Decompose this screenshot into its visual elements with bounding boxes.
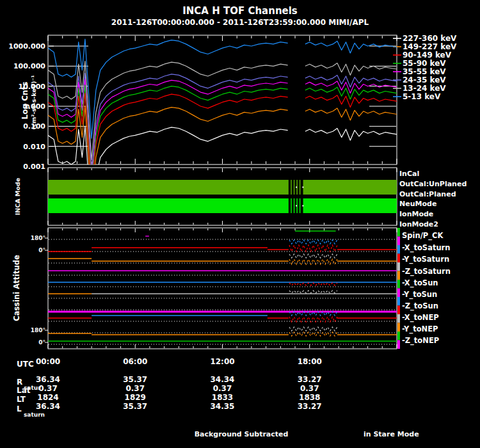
mode-bar-stripe bbox=[300, 180, 301, 195]
attitude-row-label: -Y_toSun bbox=[402, 290, 437, 300]
series-curve-13-24-keV bbox=[305, 63, 397, 76]
attitude-oscillation bbox=[289, 259, 337, 264]
plot-canvas: 1000.000100.00010.0001.0000.1000.0100.00… bbox=[0, 0, 480, 448]
table-cell: 36.34 bbox=[36, 402, 60, 411]
attitude-oscillation bbox=[289, 291, 337, 293]
mode-bar-stripe bbox=[294, 180, 295, 195]
series-curve-5-13-keV bbox=[305, 41, 397, 53]
mode-bar-dot bbox=[296, 187, 297, 188]
series-curve-13-24-keV bbox=[48, 61, 288, 161]
attitude-deg-label: 0° bbox=[38, 247, 45, 253]
mode-bar-stripe bbox=[300, 198, 301, 213]
attitude-oscillation bbox=[289, 317, 337, 322]
attitude-row-label: -X_toSun bbox=[402, 278, 438, 288]
table-row-label-lat: Lat bbox=[17, 386, 31, 395]
mode-legend-entry: IonMode2 bbox=[399, 220, 438, 228]
legend-entry: 24-35 keV bbox=[403, 76, 446, 84]
mode-bar-segment bbox=[303, 198, 397, 213]
attitude-oscillation bbox=[289, 283, 337, 285]
legend-entry: 227-360 keV bbox=[403, 34, 457, 43]
table-cell: 35.37 bbox=[123, 375, 147, 384]
legend-entry: 90-149 keV bbox=[403, 51, 452, 60]
attitude-axis-strip bbox=[397, 254, 400, 263]
y-tick-label: 0.001 bbox=[23, 163, 45, 171]
attitude-oscillation bbox=[289, 245, 337, 252]
attitude-panel-frame bbox=[48, 228, 397, 349]
table-cell: 36.34 bbox=[36, 375, 60, 384]
table-cell: 0.37 bbox=[300, 384, 319, 393]
table-cell: 33.27 bbox=[298, 402, 322, 411]
mode-legend-entry: NeuMode bbox=[399, 200, 436, 208]
attitude-axis-strip bbox=[397, 314, 400, 323]
table-cell: 0.37 bbox=[125, 384, 145, 393]
series-curve-149-227-keV bbox=[305, 108, 397, 120]
footer-stare-mode: in Stare Mode bbox=[364, 430, 419, 438]
legend-entry: 13-24 keV bbox=[403, 84, 446, 93]
series-curve-24-35-keV bbox=[305, 75, 397, 87]
table-cell: 0.37 bbox=[38, 384, 58, 393]
table-cell: 33.27 bbox=[298, 375, 322, 384]
mode-bar-segment bbox=[48, 198, 289, 213]
table-cell: 1833 bbox=[212, 393, 233, 402]
attitude-axis-strip bbox=[397, 306, 400, 315]
legend-entry: 5-13 keV bbox=[403, 92, 441, 101]
utc-time-label: 18:00 bbox=[298, 357, 322, 366]
mode-legend-entry: OutCal:UnPlaned bbox=[399, 180, 467, 188]
mode-bar-segment bbox=[303, 180, 397, 195]
series-curve-35-55-keV bbox=[305, 81, 397, 93]
table-cell: 1829 bbox=[125, 393, 146, 402]
table-row-label-utc: UTC bbox=[17, 360, 34, 369]
attitude-axis-strip bbox=[397, 332, 400, 340]
y-tick-label: 1000.000 bbox=[8, 42, 45, 51]
page-subtitle: 2011-126T00:00:00.000 - 2011-126T23:59:0… bbox=[111, 18, 369, 27]
table-row-label-l: L bbox=[17, 404, 22, 413]
mode-legend-entry: IonMode bbox=[399, 210, 433, 218]
table-row-label-l-sub: saturn bbox=[24, 412, 45, 418]
mode-legend-entry: InCal bbox=[399, 170, 419, 178]
y-axis-label-log-cnts: Log Cnts bbox=[20, 82, 29, 120]
mode-legend-entry: OutCal:Planed bbox=[399, 190, 456, 198]
attitude-axis-strip bbox=[397, 323, 400, 332]
y-axis-label-cassini-attitude: Cassini Attitude bbox=[12, 255, 21, 321]
table-cell: 1824 bbox=[37, 393, 58, 402]
attitude-deg-label: 0° bbox=[38, 339, 45, 346]
table-cell: 34.34 bbox=[211, 375, 235, 384]
y-axis-units-label: (cm²-sr-s-keV)⁻¹ bbox=[30, 75, 37, 129]
utc-time-label: 00:00 bbox=[36, 357, 60, 366]
inca-mode-bars bbox=[48, 180, 397, 213]
attitude-axis-strip bbox=[397, 289, 400, 298]
attitude-axis-strip bbox=[397, 228, 400, 237]
attitude-row-label: -Z_toSun bbox=[402, 301, 438, 311]
mode-bar-stripe bbox=[294, 198, 295, 213]
attitude-row-label: -Z_toSaturn bbox=[402, 267, 451, 276]
cassini-attitude-lines bbox=[48, 228, 400, 349]
utc-time-label: 06:00 bbox=[123, 357, 147, 366]
table-row-label-lt: LT bbox=[17, 395, 26, 404]
attitude-row-label: -Y_toNEP bbox=[402, 324, 438, 334]
legend-entry: 149-227 keV bbox=[403, 42, 457, 51]
tof-channel-curves bbox=[48, 39, 397, 225]
mode-panel-frame bbox=[48, 168, 397, 225]
attitude-oscillation bbox=[289, 332, 337, 336]
attitude-deg-label: 180° bbox=[31, 235, 45, 241]
attitude-row-label: -X_toNEP bbox=[402, 313, 439, 323]
attitude-axis-strip bbox=[397, 340, 400, 349]
attitude-row-label: Spin/P_CK bbox=[402, 231, 444, 241]
attitude-deg-label: 180° bbox=[31, 327, 45, 333]
footer-background-subtracted: Background Subtracted bbox=[195, 430, 289, 438]
table-row-label-r: R bbox=[17, 378, 22, 387]
mode-bar-dot bbox=[296, 205, 297, 207]
y-axis-label-inca-mode: INCA Mode bbox=[14, 178, 21, 215]
attitude-axis-strip bbox=[397, 245, 400, 254]
mode-bar-dot bbox=[302, 205, 303, 207]
utc-time-label: 12:00 bbox=[210, 357, 234, 366]
attitude-oscillation bbox=[289, 254, 337, 258]
mode-bar-stripe bbox=[291, 180, 292, 195]
legend-entry: 55-90 keV bbox=[403, 59, 446, 68]
table-cell: 0.37 bbox=[213, 384, 232, 393]
mode-bar-segment bbox=[48, 180, 289, 195]
y-tick-label: 100.000 bbox=[13, 62, 45, 70]
attitude-axis-strip bbox=[397, 280, 400, 289]
series-curve-55-90-keV bbox=[305, 87, 397, 99]
attitude-axis-strip bbox=[397, 271, 400, 280]
